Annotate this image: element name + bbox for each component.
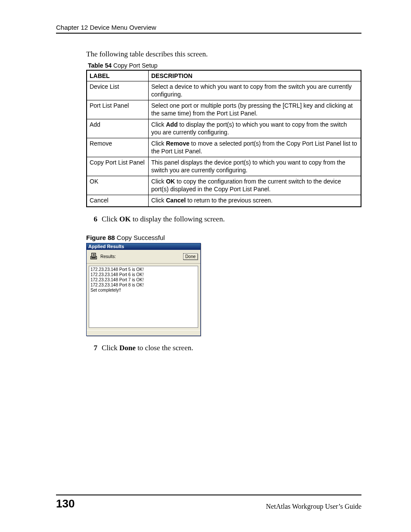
- dialog-toolbar: 🖶 Results: Done: [87, 250, 200, 264]
- list-item: 172.23.23.148 Port 8 is OK!: [90, 283, 196, 288]
- figure-caption: Figure 88 Copy Successful: [86, 234, 361, 241]
- row-desc: Click Add to display the port(s) to whic…: [149, 119, 361, 138]
- dialog-statusbar: [87, 330, 200, 336]
- printer-icon: 🖶: [89, 252, 98, 261]
- table-caption: Table 54 Copy Port Setup: [88, 62, 361, 69]
- chapter-header: Chapter 12 Device Menu Overview: [56, 24, 361, 31]
- row-desc: Select one port or multiple ports (by pr…: [149, 100, 361, 119]
- list-item: 172.23.23.148 Port 7 is OK!: [90, 277, 196, 283]
- table-row: Copy Port List Panel This panel displays…: [87, 157, 361, 176]
- table-row: Remove Click Remove to move a selected p…: [87, 138, 361, 157]
- row-label: Copy Port List Panel: [87, 157, 149, 176]
- table-row: Port List Panel Select one port or multi…: [87, 100, 361, 119]
- content-area: The following table describes this scree…: [56, 50, 361, 352]
- document-page: Chapter 12 Device Menu Overview The foll…: [0, 0, 411, 532]
- table-caption-bold: Table 54: [88, 62, 112, 69]
- col-description: DESCRIPTION: [149, 70, 361, 81]
- table-caption-rest: Copy Port Setup: [112, 62, 158, 69]
- intro-text: The following table describes this scree…: [86, 50, 361, 59]
- table-row: Cancel Click Cancel to return to the pre…: [87, 195, 361, 207]
- col-label: LABEL: [87, 70, 149, 81]
- table-row: Device List Select a device to which you…: [87, 81, 361, 100]
- figure-caption-bold: Figure 88: [86, 234, 115, 241]
- row-desc: Click Cancel to return to the previous s…: [149, 195, 361, 207]
- list-item: Set completely!!: [90, 288, 196, 293]
- row-label: Cancel: [87, 195, 149, 207]
- step-number: 7: [86, 344, 97, 352]
- step-6: 6Click OK to display the following scree…: [86, 215, 361, 224]
- row-desc: Click OK to copy the configuration from …: [149, 176, 361, 195]
- list-item: 172.23.23.148 Port 6 is OK!: [90, 272, 196, 277]
- guide-title: NetAtlas Workgroup User’s Guide: [266, 503, 361, 510]
- results-label: Results:: [100, 254, 116, 259]
- definition-table: LABEL DESCRIPTION Device List Select a d…: [86, 70, 361, 207]
- table-row: Add Click Add to display the port(s) to …: [87, 119, 361, 138]
- dialog-titlebar: Applied Results: [87, 243, 200, 250]
- row-desc: Select a device to which you want to cop…: [149, 81, 361, 100]
- step-7: 7Click Done to close the screen.: [86, 344, 361, 352]
- row-label: Port List Panel: [87, 100, 149, 119]
- header-rule: [56, 33, 361, 34]
- row-label: OK: [87, 176, 149, 195]
- step-number: 6: [86, 215, 97, 224]
- row-label: Add: [87, 119, 149, 138]
- page-footer: 130 NetAtlas Workgroup User’s Guide: [56, 495, 361, 510]
- results-list: 172.23.23.148 Port 5 is OK! 172.23.23.14…: [89, 266, 198, 328]
- table-row: OK Click OK to copy the configuration fr…: [87, 176, 361, 195]
- row-desc: Click Remove to move a selected port(s) …: [149, 138, 361, 157]
- row-label: Device List: [87, 81, 149, 100]
- list-item: 172.23.23.148 Port 5 is OK!: [90, 267, 196, 272]
- figure-caption-rest: Copy Successful: [115, 234, 165, 241]
- done-button[interactable]: Done: [183, 253, 198, 260]
- table-header-row: LABEL DESCRIPTION: [87, 70, 361, 81]
- applied-results-dialog: Applied Results 🖶 Results: Done 172.23.2…: [86, 243, 201, 336]
- page-number: 130: [56, 497, 75, 510]
- row-label: Remove: [87, 138, 149, 157]
- row-desc: This panel displays the device port(s) t…: [149, 157, 361, 176]
